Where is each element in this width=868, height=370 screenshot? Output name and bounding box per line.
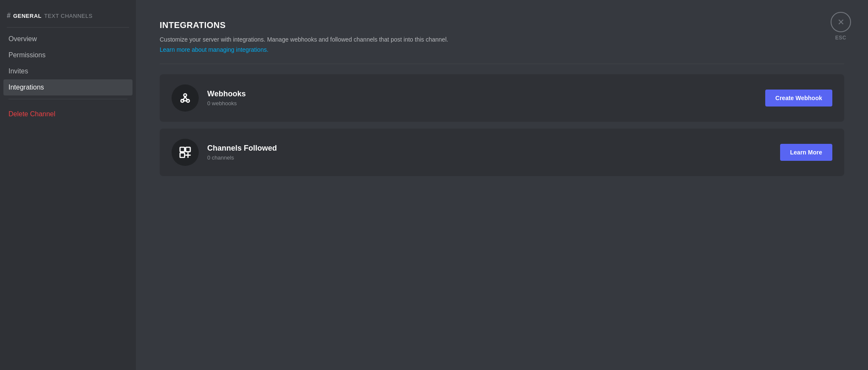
channel-name-bold: GENERAL [13,13,42,19]
hash-icon: # [7,12,11,20]
card-subtitle-channels-followed: 0 channels [207,154,772,161]
card-icon-channels-followed [172,139,199,166]
channel-header: # GENERAL TEXT CHANNELS [0,8,136,25]
card-title-channels-followed: Channels Followed [207,144,772,153]
svg-rect-3 [180,147,185,152]
sidebar-item-delete-channel[interactable]: Delete Channel [3,106,132,122]
sidebar-nav: OverviewPermissionsInvitesIntegrationsDe… [0,31,136,362]
channel-name-light: TEXT CHANNELS [44,13,93,19]
sidebar-item-permissions[interactable]: Permissions [3,47,132,63]
card-action-channels-followed[interactable]: Learn More [780,144,832,161]
content-divider [160,64,844,64]
svg-rect-4 [186,147,190,152]
page-title: INTEGRATIONS [160,20,844,30]
sidebar-top-divider [7,27,129,28]
sidebar-item-invites[interactable]: Invites [3,63,132,79]
card-title-webhooks: Webhooks [207,90,757,98]
cards-container: Webhooks 0 webhooks Create Webhook Chann… [160,74,844,176]
learn-more-link[interactable]: Learn more about managing integrations. [160,46,268,53]
integration-card-channels-followed: Channels Followed 0 channels Learn More [160,129,844,176]
sidebar-item-integrations[interactable]: Integrations [3,79,132,95]
sidebar: # GENERAL TEXT CHANNELS OverviewPermissi… [0,0,136,370]
sidebar-item-overview[interactable]: Overview [3,31,132,47]
integration-card-webhooks: Webhooks 0 webhooks Create Webhook [160,74,844,122]
card-info-webhooks: Webhooks 0 webhooks [207,90,757,107]
svg-rect-5 [180,153,185,157]
nav-separator [8,99,127,99]
close-icon: ✕ [837,17,845,27]
close-button[interactable]: ✕ [831,12,851,32]
card-info-channels-followed: Channels Followed 0 channels [207,144,772,161]
esc-label: ESC [835,35,846,41]
card-icon-webhooks [172,84,199,112]
card-subtitle-webhooks: 0 webhooks [207,100,757,107]
card-action-webhooks[interactable]: Create Webhook [765,90,832,107]
page-description: Customize your server with integrations.… [160,35,844,44]
main-content: ✕ ESC INTEGRATIONS Customize your server… [136,0,868,370]
